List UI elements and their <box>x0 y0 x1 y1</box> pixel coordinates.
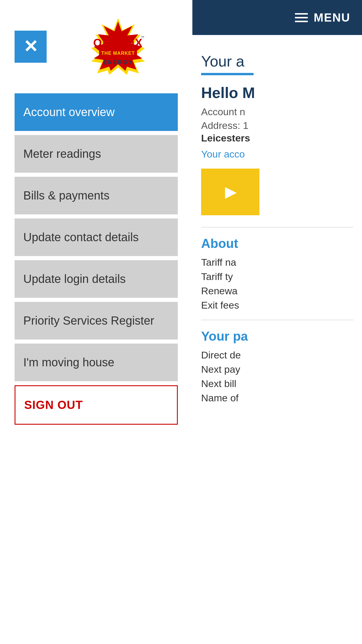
top-navigation-bar: MENU <box>192 0 362 35</box>
drawer-header: ✕ OUTFOX THE MARKET ENERGY ™ <box>0 0 192 88</box>
exit-fees-item: Exit fees <box>201 300 353 311</box>
nav-item-priority-services[interactable]: Priority Services Register <box>15 302 178 340</box>
close-icon: ✕ <box>23 38 38 55</box>
nav-item-update-contact[interactable]: Update contact details <box>15 218 178 256</box>
nav-item-account-overview[interactable]: Account overview <box>15 93 178 131</box>
divider-1 <box>201 227 353 228</box>
divider-2 <box>201 320 353 320</box>
brand-logo: OUTFOX THE MARKET ENERGY ™ <box>77 18 159 76</box>
svg-text:OUTFOX: OUTFOX <box>93 37 143 49</box>
address-text: Address: 1 <box>201 120 353 131</box>
next-bill-item: Next bill <box>201 378 353 389</box>
next-payment-item: Next pay <box>201 364 353 375</box>
nav-item-update-login[interactable]: Update login details <box>15 260 178 298</box>
direct-debit-item: Direct de <box>201 349 353 361</box>
nav-item-meter-readings[interactable]: Meter readings <box>15 135 178 173</box>
your-payments-title: Your pa <box>201 329 353 344</box>
menu-drawer: ✕ OUTFOX THE MARKET ENERGY ™ <box>0 0 192 644</box>
account-number-text: Account n <box>201 106 353 118</box>
name-of-item: Name of <box>201 392 353 404</box>
hamburger-icon <box>295 13 308 22</box>
close-button[interactable]: ✕ <box>15 31 47 63</box>
sign-out-button[interactable]: SIGN OUT <box>15 385 178 425</box>
about-section-title: About <box>201 236 353 251</box>
title-underline <box>201 73 254 75</box>
svg-text:THE MARKET: THE MARKET <box>101 51 135 56</box>
main-content: MENU Your a Hello M Account n Address: 1… <box>192 0 362 644</box>
nav-item-moving-house[interactable]: I'm moving house <box>15 344 178 381</box>
svg-text:ENERGY: ENERGY <box>103 59 133 65</box>
nav-menu: Account overview Meter readings Bills & … <box>0 88 192 430</box>
menu-label[interactable]: MENU <box>314 11 350 24</box>
yellow-button-icon: ▶ <box>225 184 236 200</box>
address-city-text: Leicesters <box>201 132 353 144</box>
hamburger-line-2 <box>295 17 308 18</box>
account-link[interactable]: Your acco <box>201 148 353 160</box>
hamburger-line-3 <box>295 21 308 22</box>
hello-heading: Hello M <box>201 84 353 102</box>
tariff-type-item: Tariff ty <box>201 271 353 282</box>
content-body: Your a Hello M Account n Address: 1 Leic… <box>201 6 353 404</box>
renewal-item: Renewa <box>201 285 353 297</box>
tariff-name-item: Tariff na <box>201 257 353 268</box>
page-title: Your a <box>201 52 353 70</box>
logo-area: OUTFOX THE MARKET ENERGY ™ <box>58 18 178 76</box>
hamburger-line-1 <box>295 13 308 15</box>
yellow-action-button[interactable]: ▶ <box>201 169 259 215</box>
nav-item-bills-payments[interactable]: Bills & payments <box>15 177 178 214</box>
svg-text:™: ™ <box>141 35 144 39</box>
